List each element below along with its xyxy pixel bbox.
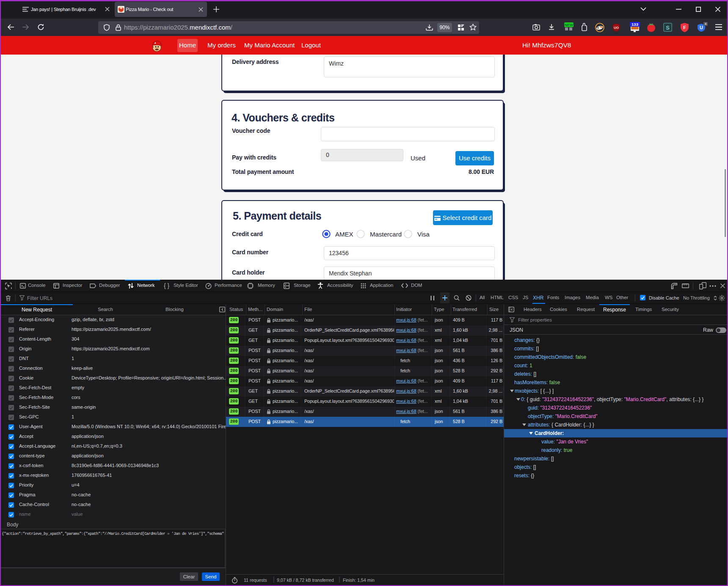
svg-text:133: 133 — [631, 22, 638, 27]
svg-text:NEW: NEW — [565, 23, 574, 27]
svg-text:S: S — [666, 25, 670, 31]
svg-text:U: U — [700, 25, 703, 30]
svg-text:F: F — [683, 25, 686, 30]
svg-text:4: 4 — [705, 22, 707, 26]
svg-text:UO: UO — [614, 26, 619, 30]
